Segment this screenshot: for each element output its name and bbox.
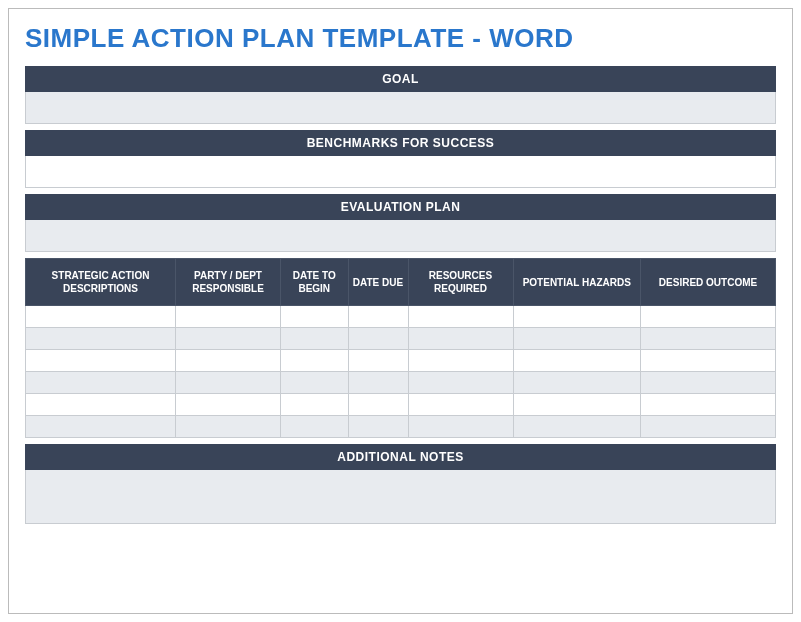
cell-hazards[interactable] xyxy=(513,416,641,438)
cell-begin[interactable] xyxy=(281,328,349,350)
cell-due[interactable] xyxy=(348,394,408,416)
cell-resources[interactable] xyxy=(408,306,513,328)
cell-party[interactable] xyxy=(176,394,281,416)
evaluation-field[interactable] xyxy=(25,220,776,252)
table-row xyxy=(26,394,776,416)
cell-description[interactable] xyxy=(26,328,176,350)
cell-resources[interactable] xyxy=(408,372,513,394)
col-header-hazards: POTENTIAL HAZARDS xyxy=(513,259,641,306)
cell-description[interactable] xyxy=(26,416,176,438)
cell-party[interactable] xyxy=(176,372,281,394)
cell-resources[interactable] xyxy=(408,416,513,438)
cell-due[interactable] xyxy=(348,306,408,328)
cell-hazards[interactable] xyxy=(513,372,641,394)
cell-description[interactable] xyxy=(26,350,176,372)
table-row xyxy=(26,372,776,394)
notes-field[interactable] xyxy=(25,470,776,524)
cell-outcome[interactable] xyxy=(641,394,776,416)
page-container: SIMPLE ACTION PLAN TEMPLATE - WORD GOAL … xyxy=(8,8,793,614)
cell-party[interactable] xyxy=(176,306,281,328)
evaluation-header: EVALUATION PLAN xyxy=(25,194,776,220)
col-header-begin: DATE TO BEGIN xyxy=(281,259,349,306)
goal-field[interactable] xyxy=(25,92,776,124)
cell-hazards[interactable] xyxy=(513,306,641,328)
benchmarks-field[interactable] xyxy=(25,156,776,188)
table-header-row: STRATEGIC ACTION DESCRIPTIONS PARTY / DE… xyxy=(26,259,776,306)
cell-outcome[interactable] xyxy=(641,350,776,372)
table-row xyxy=(26,328,776,350)
notes-header: ADDITIONAL NOTES xyxy=(25,444,776,470)
col-header-outcome: DESIRED OUTCOME xyxy=(641,259,776,306)
col-header-due: DATE DUE xyxy=(348,259,408,306)
document-title: SIMPLE ACTION PLAN TEMPLATE - WORD xyxy=(25,23,776,54)
cell-resources[interactable] xyxy=(408,394,513,416)
cell-description[interactable] xyxy=(26,372,176,394)
cell-hazards[interactable] xyxy=(513,394,641,416)
cell-due[interactable] xyxy=(348,416,408,438)
col-header-party: PARTY / DEPT RESPONSIBLE xyxy=(176,259,281,306)
table-row xyxy=(26,306,776,328)
cell-outcome[interactable] xyxy=(641,416,776,438)
cell-begin[interactable] xyxy=(281,350,349,372)
cell-begin[interactable] xyxy=(281,394,349,416)
table-body xyxy=(26,306,776,438)
table-row xyxy=(26,350,776,372)
cell-begin[interactable] xyxy=(281,372,349,394)
cell-due[interactable] xyxy=(348,328,408,350)
cell-due[interactable] xyxy=(348,350,408,372)
cell-outcome[interactable] xyxy=(641,306,776,328)
cell-resources[interactable] xyxy=(408,350,513,372)
cell-outcome[interactable] xyxy=(641,328,776,350)
col-header-resources: RESOURCES REQUIRED xyxy=(408,259,513,306)
benchmarks-header: BENCHMARKS FOR SUCCESS xyxy=(25,130,776,156)
cell-party[interactable] xyxy=(176,416,281,438)
col-header-description: STRATEGIC ACTION DESCRIPTIONS xyxy=(26,259,176,306)
cell-resources[interactable] xyxy=(408,328,513,350)
table-row xyxy=(26,416,776,438)
cell-party[interactable] xyxy=(176,328,281,350)
goal-header: GOAL xyxy=(25,66,776,92)
cell-due[interactable] xyxy=(348,372,408,394)
action-plan-table: STRATEGIC ACTION DESCRIPTIONS PARTY / DE… xyxy=(25,258,776,438)
cell-hazards[interactable] xyxy=(513,328,641,350)
cell-hazards[interactable] xyxy=(513,350,641,372)
cell-description[interactable] xyxy=(26,394,176,416)
cell-description[interactable] xyxy=(26,306,176,328)
cell-begin[interactable] xyxy=(281,306,349,328)
cell-begin[interactable] xyxy=(281,416,349,438)
cell-outcome[interactable] xyxy=(641,372,776,394)
cell-party[interactable] xyxy=(176,350,281,372)
